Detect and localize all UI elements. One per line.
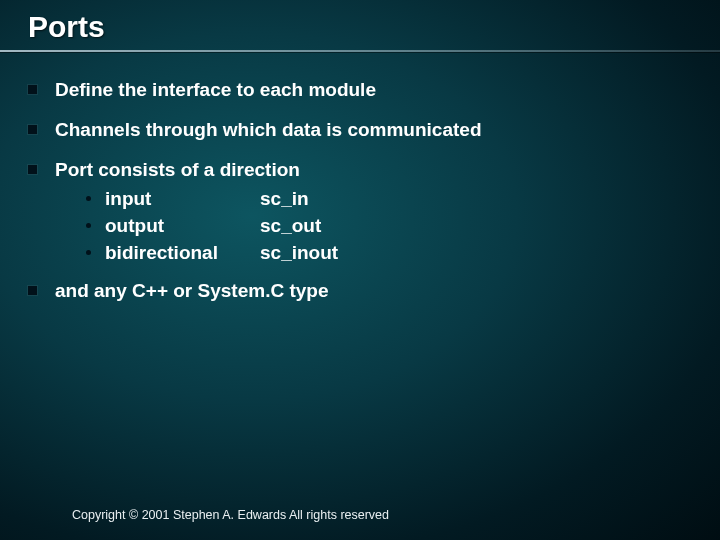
- sub-item-left: input: [105, 187, 260, 211]
- copyright-footer: Copyright © 2001 Stephen A. Edwards All …: [72, 508, 389, 522]
- bullet-item: and any C++ or System.C type: [28, 279, 720, 303]
- square-bullet-icon: [28, 125, 37, 134]
- sub-item-left: output: [105, 214, 260, 238]
- bullet-item: Channels through which data is communica…: [28, 118, 720, 142]
- sub-item-right: sc_out: [260, 214, 321, 238]
- square-bullet-icon: [28, 286, 37, 295]
- dot-bullet-icon: [86, 223, 91, 228]
- slide-content: Define the interface to each module Chan…: [0, 52, 720, 302]
- dot-bullet-icon: [86, 250, 91, 255]
- bullet-item: Port consists of a direction: [28, 158, 720, 182]
- bullet-item: Define the interface to each module: [28, 78, 720, 102]
- dot-bullet-icon: [86, 196, 91, 201]
- square-bullet-icon: [28, 85, 37, 94]
- sub-item-left: bidirectional: [105, 241, 260, 265]
- bullet-text: Channels through which data is communica…: [55, 118, 482, 142]
- square-bullet-icon: [28, 165, 37, 174]
- sub-item-right: sc_in: [260, 187, 309, 211]
- sub-list: input sc_in output sc_out bidirectional …: [86, 187, 720, 264]
- sub-item: input sc_in: [86, 187, 720, 211]
- sub-item-right: sc_inout: [260, 241, 338, 265]
- bullet-text: Port consists of a direction: [55, 158, 300, 182]
- sub-item: output sc_out: [86, 214, 720, 238]
- sub-item: bidirectional sc_inout: [86, 241, 720, 265]
- bullet-text: and any C++ or System.C type: [55, 279, 329, 303]
- slide-title: Ports: [0, 0, 720, 44]
- bullet-text: Define the interface to each module: [55, 78, 376, 102]
